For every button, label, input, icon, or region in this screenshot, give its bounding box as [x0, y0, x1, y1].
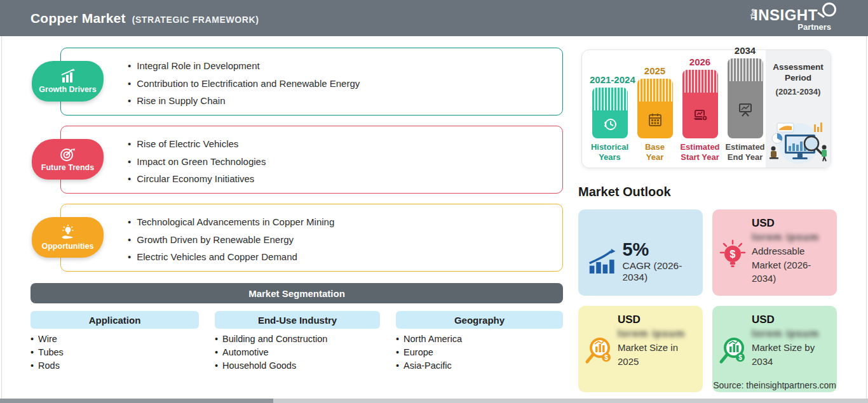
history-clock-icon [602, 116, 618, 133]
currency-label: USD [618, 314, 698, 326]
card-body: USD lorem ipsum Market Size in 2025 [618, 314, 698, 368]
bar-stripe-pattern [728, 58, 763, 81]
list-item: Technological Advancements in Copper Min… [128, 213, 562, 231]
logo-partners-text: Partners [797, 22, 831, 32]
growth-bars-arrow-icon [587, 247, 616, 276]
list-item: Household Goods [215, 359, 327, 373]
bar-column [637, 79, 673, 138]
list-item: North America [396, 333, 462, 346]
opportunities-box: Technological Advancements in Copper Min… [60, 204, 563, 272]
svg-text:$: $ [730, 249, 736, 260]
bar-body [637, 102, 673, 138]
bar-label-line2: End Year [728, 152, 763, 162]
infographic-page: Copper Market (STRATEGIC FRAMEWORK) The … [0, 0, 868, 403]
list-item: Rods [31, 359, 64, 373]
bar-label-line1: Base [645, 142, 665, 152]
assessment-title-line1: Assessment [766, 62, 831, 72]
source-attribution: Source: theinsightpartners.com [713, 380, 836, 390]
horizontal-scrollbar-track[interactable] [0, 399, 868, 403]
bar-year-label: 2021-2024 [590, 74, 630, 85]
growth-drivers-badge: Growth Drivers [32, 61, 104, 102]
segmentation-column-header-end-use: End-Use Industry [215, 311, 380, 329]
future-trends-box: Rise of Electric Vehicles Impact on Gree… [60, 126, 563, 194]
bar-year-label: 2025 [635, 65, 675, 76]
list-item: Contribution to Electrification and Rene… [128, 75, 562, 93]
bar-label: Historical Years [590, 142, 630, 162]
application-list: Wire Tubes Rods [31, 333, 64, 373]
assessment-title-line2: Period [766, 72, 831, 83]
horizontal-scrollbar-thumb[interactable] [0, 399, 273, 403]
geography-list: North America Europe Asia-Pacific [396, 333, 462, 373]
magnifier-chart-icon: $ [582, 334, 615, 368]
list-item: Tubes [31, 346, 64, 359]
currency-label: USD [752, 314, 832, 326]
list-item: Rise in Supply Chain [128, 92, 562, 110]
cagr-value: 5% [622, 240, 703, 259]
growth-chart-icon [58, 69, 78, 84]
list-item: Circular Economy Initiatives [128, 170, 562, 188]
market-size-2025-card: $ USD lorem ipsum Market Size in 2025 [578, 306, 703, 392]
timeline-bars: 2021-2024 Historical Years [590, 55, 765, 162]
bar-label-line1: Estimated [680, 142, 719, 152]
bar-label-line2: Start Year [681, 152, 719, 162]
bar-stripe-pattern [637, 79, 673, 102]
bar-column [682, 70, 718, 138]
timeline-bar-end: 2034 Estimated End [725, 45, 765, 162]
target-icon [59, 147, 77, 162]
card-description: Addressable Market (2026-2034) [752, 244, 832, 286]
list-item: Building and Construction [215, 333, 327, 346]
insight-partners-logo: The INSIGHT Partners [749, 5, 831, 32]
svg-text:$: $ [738, 354, 742, 361]
card-body: USD lorem ipsum Market Size by 2034 [752, 314, 832, 368]
badge-label: Future Trends [41, 163, 94, 172]
bar-body [592, 110, 628, 138]
list-item: Asia-Pacific [396, 359, 462, 373]
bar-year-label: 2026 [680, 56, 720, 67]
list-item: Rise of Electric Vehicles [128, 135, 562, 153]
future-trends-badge: Future Trends [32, 139, 104, 180]
timeline-bar-base: 2025 [635, 65, 675, 162]
cagr-card-body: 5% CAGR (2026-2034) [587, 240, 703, 283]
list-item: Europe [396, 346, 462, 359]
list-item: Electric Vehicles and Copper Demand [128, 248, 562, 266]
currency-label: USD [752, 217, 832, 230]
bar-column [728, 58, 763, 138]
bar-column [592, 88, 628, 138]
blurred-value: lorem ipsum [752, 232, 832, 243]
bar-label-line1: Historical [591, 142, 628, 152]
idea-bulb-hand-icon [59, 224, 77, 241]
end-use-industry-list: Building and Construction Automotive Hou… [215, 333, 327, 373]
blurred-value: lorem ipsum [752, 328, 832, 340]
opportunities-badge: Opportunities [32, 217, 104, 258]
cagr-card: 5% CAGR (2026-2034) [578, 209, 703, 296]
blurred-value: lorem ipsum [618, 328, 698, 340]
list-item: Growth Driven by Renewable Energy [128, 231, 562, 249]
header-titles: Copper Market (STRATEGIC FRAMEWORK) [31, 11, 259, 26]
list-item: Automotive [215, 346, 327, 359]
opportunities-list: Technological Advancements in Copper Min… [128, 213, 562, 266]
logo-insight-text: INSIGHT [754, 6, 818, 24]
timeline-bar-historical: 2021-2024 Historical Years [590, 74, 630, 162]
bar-label: Estimated End Year [725, 142, 765, 162]
assessment-period-panel: Assessment Period (2021-2034) [766, 50, 831, 168]
presentation-board-icon [737, 102, 754, 118]
list-item: Wire [31, 333, 64, 346]
addressable-market-card: $ USD lorem ipsum Addressable Market (20… [712, 209, 837, 296]
card-body: USD lorem ipsum Addressable Market (2026… [752, 217, 832, 286]
market-size-2034-card: $ USD lorem ipsum Market Size by 2034 [712, 306, 837, 392]
calendar-icon [648, 112, 663, 128]
bar-label-line2: Years [599, 152, 621, 162]
bar-stripe-pattern [682, 70, 718, 93]
growth-drivers-box: Integral Role in Development Contributio… [60, 48, 563, 116]
market-segmentation-header: Market Segmentation [31, 283, 563, 303]
segmentation-column-header-application: Application [31, 311, 199, 329]
page-subtitle: (STRATEGIC FRAMEWORK) [132, 15, 259, 25]
cagr-description: CAGR (2026-2034) [622, 260, 703, 283]
market-outlook-heading: Market Outlook [578, 185, 671, 199]
card-description: Market Size by 2034 [752, 341, 832, 368]
bar-year-label: 2034 [725, 45, 765, 56]
dollar-bulb-icon: $ [716, 237, 749, 272]
bar-body [728, 81, 763, 138]
magnifier-icon [822, 3, 836, 17]
forecast-timeline-card: 2021-2024 Historical Years [581, 50, 831, 168]
